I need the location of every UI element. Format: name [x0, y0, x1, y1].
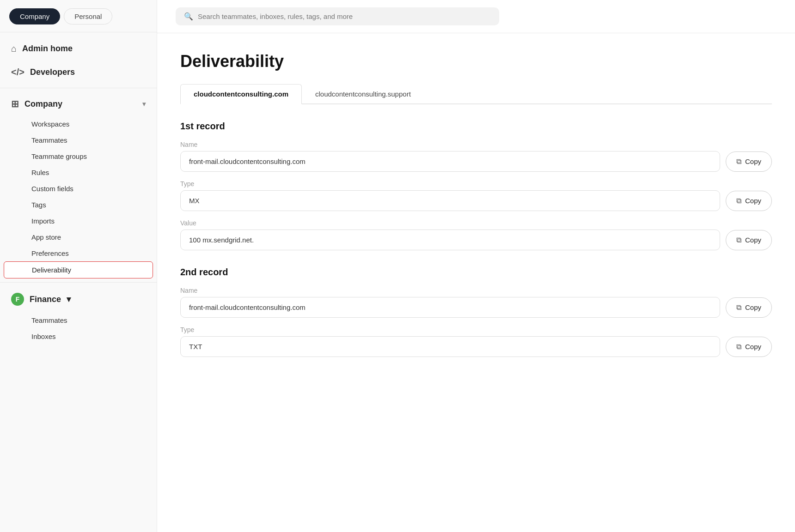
field-row-r2-name: ⧉ Copy — [180, 297, 772, 318]
copy-button-r1-type[interactable]: ⧉ Copy — [726, 191, 772, 211]
sidebar-item-finance-inboxes[interactable]: Inboxes — [4, 328, 153, 345]
domain-tab-1[interactable]: cloudcontentconsulting.com — [180, 84, 302, 104]
sidebar-item-workspaces[interactable]: Workspaces — [4, 116, 153, 132]
input-r1-type[interactable] — [180, 190, 720, 211]
sidebar-section-company[interactable]: ⊞ Company ▾ — [0, 92, 157, 116]
sidebar-item-teammates[interactable]: Teammates — [4, 132, 153, 148]
search-input[interactable] — [198, 12, 491, 20]
field-group-r2-name: Name ⧉ Copy — [180, 287, 772, 318]
field-row-r1-name: ⧉ Copy — [180, 151, 772, 172]
chevron-down-icon: ▾ — [142, 100, 146, 108]
copy-button-r2-type[interactable]: ⧉ Copy — [726, 337, 772, 357]
sidebar-item-admin-home[interactable]: ⌂ Admin home — [0, 37, 157, 60]
developers-label: Developers — [30, 67, 75, 77]
field-row-r1-value: ⧉ Copy — [180, 230, 772, 250]
field-group-r1-type: Type ⧉ Copy — [180, 180, 772, 211]
top-bar: 🔍 — [157, 0, 795, 33]
sidebar-item-teammate-groups[interactable]: Teammate groups — [4, 148, 153, 164]
copy-label-5: Copy — [745, 343, 761, 351]
sidebar-item-custom-fields[interactable]: Custom fields — [4, 181, 153, 197]
domain-tab-2[interactable]: cloudcontentconsulting.support — [302, 84, 424, 103]
input-r1-value[interactable] — [180, 230, 720, 250]
search-icon: 🔍 — [184, 12, 193, 21]
field-group-r2-type: Type ⧉ Copy — [180, 326, 772, 357]
sidebar-section-finance[interactable]: F Finance ▾ — [0, 286, 157, 312]
record-1-title: 1st record — [180, 121, 772, 132]
finance-chevron-icon: ▾ — [67, 294, 71, 304]
field-row-r1-type: ⧉ Copy — [180, 190, 772, 211]
record-1: 1st record Name ⧉ Copy Type ⧉ C — [180, 121, 772, 250]
sidebar-item-preferences[interactable]: Preferences — [4, 245, 153, 261]
divider — [0, 88, 157, 88]
label-r2-type: Type — [180, 326, 772, 333]
field-group-r1-name: Name ⧉ Copy — [180, 141, 772, 172]
page-title: Deliverability — [180, 52, 772, 71]
input-r2-name[interactable] — [180, 297, 720, 318]
sidebar-item-developers[interactable]: </> Developers — [0, 60, 157, 84]
label-r1-name: Name — [180, 141, 772, 148]
sidebar: Company Personal ⌂ Admin home </> Develo… — [0, 0, 157, 532]
finance-label: Finance — [30, 295, 61, 304]
code-icon: </> — [11, 67, 24, 78]
sidebar-item-app-store[interactable]: App store — [4, 229, 153, 245]
record-2: 2nd record Name ⧉ Copy Type ⧉ C — [180, 267, 772, 357]
tab-personal[interactable]: Personal — [64, 8, 112, 24]
field-group-r1-value: Value ⧉ Copy — [180, 219, 772, 250]
copy-label-3: Copy — [745, 236, 761, 244]
copy-label: Copy — [745, 157, 761, 165]
sidebar-item-imports[interactable]: Imports — [4, 213, 153, 229]
label-r1-value: Value — [180, 219, 772, 227]
copy-button-r2-name[interactable]: ⧉ Copy — [726, 297, 772, 318]
domain-tabs: cloudcontentconsulting.com cloudcontentc… — [180, 84, 772, 104]
copy-icon-3: ⧉ — [736, 236, 741, 244]
sidebar-tabs: Company Personal — [0, 0, 157, 32]
copy-label-2: Copy — [745, 197, 761, 205]
copy-icon-4: ⧉ — [736, 303, 741, 312]
deliverability-content: Deliverability cloudcontentconsulting.co… — [157, 33, 795, 532]
sidebar-item-tags[interactable]: Tags — [4, 197, 153, 213]
copy-button-r1-name[interactable]: ⧉ Copy — [726, 151, 772, 172]
divider2 — [0, 282, 157, 283]
finance-avatar: F — [11, 293, 24, 306]
search-bar: 🔍 — [176, 7, 499, 25]
company-icon: ⊞ — [11, 98, 19, 109]
sidebar-item-deliverability[interactable]: Deliverability — [4, 261, 153, 278]
input-r2-type[interactable] — [180, 336, 720, 357]
copy-label-4: Copy — [745, 303, 761, 311]
copy-icon-5: ⧉ — [736, 343, 741, 351]
copy-icon: ⧉ — [736, 157, 741, 166]
copy-button-r1-value[interactable]: ⧉ Copy — [726, 230, 772, 250]
sidebar-item-rules[interactable]: Rules — [4, 164, 153, 181]
field-row-r2-type: ⧉ Copy — [180, 336, 772, 357]
label-r2-name: Name — [180, 287, 772, 294]
admin-home-label: Admin home — [22, 44, 73, 54]
sidebar-nav: ⌂ Admin home </> Developers ⊞ Company ▾ … — [0, 32, 157, 532]
company-label: Company — [24, 99, 62, 109]
main-content: 🔍 Deliverability cloudcontentconsulting.… — [157, 0, 795, 532]
label-r1-type: Type — [180, 180, 772, 187]
record-2-title: 2nd record — [180, 267, 772, 278]
home-icon: ⌂ — [11, 43, 17, 54]
copy-icon-2: ⧉ — [736, 197, 741, 205]
sidebar-item-finance-teammates[interactable]: Teammates — [4, 312, 153, 328]
input-r1-name[interactable] — [180, 151, 720, 172]
tab-company[interactable]: Company — [9, 8, 60, 24]
